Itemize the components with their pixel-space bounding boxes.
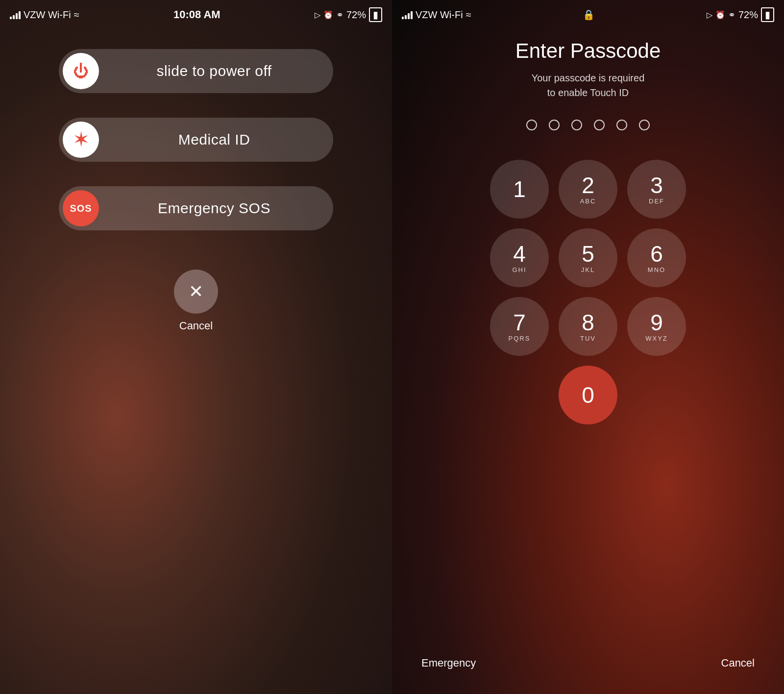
right-status-bar: VZW Wi-Fi ≈ 🔒 ▷ ⏰ ⚭ 72% ▮ [392, 0, 784, 29]
slide-to-power-off-label: slide to power off [99, 63, 329, 79]
carrier-label: VZW Wi-Fi [24, 9, 71, 21]
key-7[interactable]: 7 PQRS [490, 297, 549, 356]
bottom-bar: Emergency Cancel [392, 657, 784, 694]
passcode-dots [526, 120, 650, 130]
numpad: 1 2 ABC 3 DEF 4 GHI 5 JKL 6 MNO [490, 160, 686, 424]
right-battery-percent: 72% [738, 9, 758, 21]
left-status-left: VZW Wi-Fi ≈ [10, 9, 79, 21]
passcode-dot-2 [549, 120, 560, 130]
key-empty-right [627, 366, 686, 424]
right-signal-icon [402, 10, 413, 19]
emergency-sos-label: Emergency SOS [99, 200, 329, 217]
key-5[interactable]: 5 JKL [559, 228, 617, 287]
power-off-slider[interactable]: ⏻ slide to power off [59, 49, 333, 93]
bluetooth-icon: ⚭ [336, 9, 343, 20]
emergency-sos-button[interactable]: SOS Emergency SOS [59, 186, 333, 230]
passcode-dot-1 [526, 120, 537, 130]
alarm-icon: ⏰ [323, 10, 333, 20]
signal-bar-4 [19, 11, 21, 19]
key-0[interactable]: 0 [559, 366, 617, 424]
passcode-dot-5 [616, 120, 627, 130]
key-1[interactable]: 1 [490, 160, 549, 219]
location-icon: ▷ [315, 10, 320, 20]
cancel-button[interactable]: ✕ [174, 270, 218, 314]
cancel-x-icon: ✕ [189, 283, 203, 300]
right-status-right: ▷ ⏰ ⚭ 72% ▮ [707, 7, 774, 22]
key-6[interactable]: 6 MNO [627, 228, 686, 287]
right-location-icon: ▷ [707, 10, 712, 20]
medical-id-button[interactable]: ✶ Medical ID [59, 118, 333, 162]
right-phone-content: Enter Passcode Your passcode is required… [392, 29, 784, 694]
signal-bar-2 [13, 15, 15, 19]
passcode-dot-4 [594, 120, 605, 130]
asterisk-icon: ✶ [73, 129, 90, 150]
right-phone-screen: VZW Wi-Fi ≈ 🔒 ▷ ⏰ ⚭ 72% ▮ Enter Passcode… [392, 0, 784, 694]
right-signal-bar-3 [408, 13, 410, 19]
passcode-cancel-button[interactable]: Cancel [721, 657, 755, 669]
right-signal-bar-2 [405, 15, 407, 19]
left-status-right: ▷ ⏰ ⚭ 72% ▮ [315, 7, 382, 22]
key-8[interactable]: 8 TUV [559, 297, 617, 356]
battery-percent: 72% [346, 9, 366, 21]
passcode-dot-3 [571, 120, 582, 130]
signal-bar-3 [16, 13, 18, 19]
enter-passcode-title: Enter Passcode [515, 39, 661, 63]
right-battery-icon: ▮ [761, 7, 774, 22]
sos-icon-text: SOS [70, 203, 92, 214]
power-icon-circle: ⏻ [63, 53, 99, 89]
signal-bar-1 [10, 17, 12, 19]
emergency-button[interactable]: Emergency [421, 657, 476, 669]
battery-icon: ▮ [369, 7, 382, 22]
right-wifi-icon: ≈ [466, 9, 471, 21]
cancel-label: Cancel [179, 320, 213, 332]
right-carrier-label: VZW Wi-Fi [416, 9, 463, 21]
key-2[interactable]: 2 ABC [559, 160, 617, 219]
right-signal-bar-1 [402, 17, 404, 19]
key-3[interactable]: 3 DEF [627, 160, 686, 219]
key-9[interactable]: 9 WXYZ [627, 297, 686, 356]
cancel-area: ✕ Cancel [174, 270, 218, 332]
right-bluetooth-icon: ⚭ [728, 9, 735, 20]
left-phone-screen: VZW Wi-Fi ≈ 10:08 AM ▷ ⏰ ⚭ 72% ▮ ⏻ slide… [0, 0, 392, 694]
passcode-dot-6 [639, 120, 650, 130]
left-phone-content: ⏻ slide to power off ✶ Medical ID SOS Em… [0, 29, 392, 694]
key-4[interactable]: 4 GHI [490, 228, 549, 287]
wifi-icon: ≈ [74, 9, 79, 21]
medical-id-label: Medical ID [99, 131, 329, 148]
sos-icon-circle: SOS [63, 190, 99, 226]
signal-strength-icon [10, 10, 21, 19]
right-signal-bar-4 [411, 11, 413, 19]
left-status-bar: VZW Wi-Fi ≈ 10:08 AM ▷ ⏰ ⚭ 72% ▮ [0, 0, 392, 29]
left-time: 10:08 AM [173, 8, 220, 21]
medical-icon-circle: ✶ [63, 122, 99, 158]
right-lock-icon: 🔒 [583, 9, 595, 21]
power-symbol-icon: ⏻ [73, 63, 89, 79]
key-empty-left [490, 366, 549, 424]
right-alarm-icon: ⏰ [715, 10, 725, 20]
right-status-left: VZW Wi-Fi ≈ [402, 9, 471, 21]
passcode-subtitle: Your passcode is requiredto enable Touch… [532, 71, 645, 100]
